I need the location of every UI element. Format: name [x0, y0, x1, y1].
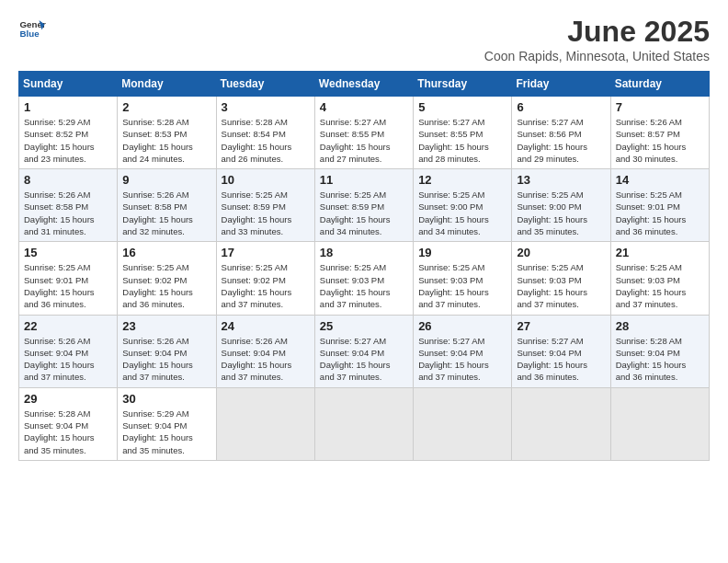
- day-number: 6: [517, 100, 605, 114]
- logo-icon: General Blue: [18, 15, 46, 42]
- day-number: 25: [320, 319, 408, 333]
- day-info: Sunrise: 5:29 AM Sunset: 8:52 PM Dayligh…: [24, 116, 112, 165]
- day-info: Sunrise: 5:26 AM Sunset: 8:58 PM Dayligh…: [24, 189, 112, 237]
- svg-text:Blue: Blue: [20, 29, 40, 39]
- calendar-cell: [414, 387, 512, 460]
- header: General Blue June 2025 Coon Rapids, Minn…: [18, 15, 710, 63]
- day-number: 10: [222, 173, 310, 187]
- calendar-cell: 19Sunrise: 5:25 AM Sunset: 9:03 PM Dayli…: [414, 242, 512, 315]
- day-number: 29: [24, 392, 112, 406]
- day-number: 22: [24, 319, 112, 333]
- day-info: Sunrise: 5:27 AM Sunset: 8:55 PM Dayligh…: [320, 116, 408, 165]
- calendar-cell: 23Sunrise: 5:26 AM Sunset: 9:04 PM Dayli…: [118, 315, 216, 387]
- calendar-cell: 30Sunrise: 5:29 AM Sunset: 9:04 PM Dayli…: [118, 387, 216, 460]
- calendar-week-1: 1Sunrise: 5:29 AM Sunset: 8:52 PM Daylig…: [19, 97, 710, 169]
- day-info: Sunrise: 5:27 AM Sunset: 9:04 PM Dayligh…: [320, 335, 408, 384]
- day-info: Sunrise: 5:27 AM Sunset: 9:04 PM Dayligh…: [517, 335, 605, 384]
- calendar-cell: 12Sunrise: 5:25 AM Sunset: 9:00 PM Dayli…: [414, 169, 512, 242]
- day-info: Sunrise: 5:25 AM Sunset: 8:59 PM Dayligh…: [320, 189, 408, 237]
- day-info: Sunrise: 5:28 AM Sunset: 8:54 PM Dayligh…: [222, 116, 310, 165]
- calendar-cell: 21Sunrise: 5:25 AM Sunset: 9:03 PM Dayli…: [610, 242, 709, 315]
- day-number: 30: [122, 392, 210, 406]
- calendar-cell: 16Sunrise: 5:25 AM Sunset: 9:02 PM Dayli…: [118, 242, 216, 315]
- calendar-cell: 22Sunrise: 5:26 AM Sunset: 9:04 PM Dayli…: [19, 315, 118, 387]
- calendar-cell: [610, 387, 709, 460]
- column-header-tuesday: Tuesday: [216, 72, 314, 97]
- day-number: 24: [222, 319, 310, 333]
- day-info: Sunrise: 5:25 AM Sunset: 9:03 PM Dayligh…: [616, 261, 704, 310]
- calendar-cell: 17Sunrise: 5:25 AM Sunset: 9:02 PM Dayli…: [216, 242, 314, 315]
- calendar-cell: 13Sunrise: 5:25 AM Sunset: 9:00 PM Dayli…: [512, 169, 610, 242]
- title-block: June 2025 Coon Rapids, Minnesota, United…: [484, 15, 710, 63]
- day-info: Sunrise: 5:26 AM Sunset: 8:57 PM Dayligh…: [616, 116, 704, 165]
- calendar-cell: 28Sunrise: 5:28 AM Sunset: 9:04 PM Dayli…: [610, 315, 709, 387]
- day-info: Sunrise: 5:28 AM Sunset: 8:53 PM Dayligh…: [122, 116, 210, 165]
- column-header-monday: Monday: [118, 72, 216, 97]
- day-number: 28: [616, 319, 704, 333]
- calendar-week-5: 29Sunrise: 5:28 AM Sunset: 9:04 PM Dayli…: [19, 387, 710, 460]
- calendar-cell: 27Sunrise: 5:27 AM Sunset: 9:04 PM Dayli…: [512, 315, 610, 387]
- calendar-cell: 14Sunrise: 5:25 AM Sunset: 9:01 PM Dayli…: [610, 169, 709, 242]
- calendar-cell: 4Sunrise: 5:27 AM Sunset: 8:55 PM Daylig…: [314, 97, 413, 169]
- day-number: 7: [616, 100, 704, 114]
- day-info: Sunrise: 5:25 AM Sunset: 9:00 PM Dayligh…: [418, 189, 506, 237]
- day-info: Sunrise: 5:27 AM Sunset: 9:04 PM Dayligh…: [418, 335, 506, 384]
- day-number: 1: [24, 100, 112, 114]
- column-header-friday: Friday: [512, 72, 610, 97]
- day-info: Sunrise: 5:26 AM Sunset: 9:04 PM Dayligh…: [24, 335, 112, 384]
- column-header-thursday: Thursday: [414, 72, 512, 97]
- day-number: 17: [222, 246, 310, 259]
- day-number: 21: [616, 246, 704, 259]
- calendar-cell: [314, 387, 413, 460]
- day-info: Sunrise: 5:25 AM Sunset: 9:02 PM Dayligh…: [122, 261, 210, 310]
- calendar-week-2: 8Sunrise: 5:26 AM Sunset: 8:58 PM Daylig…: [19, 169, 710, 242]
- calendar-cell: 2Sunrise: 5:28 AM Sunset: 8:53 PM Daylig…: [118, 97, 216, 169]
- calendar-title: June 2025: [484, 15, 710, 49]
- calendar-cell: 11Sunrise: 5:25 AM Sunset: 8:59 PM Dayli…: [314, 169, 413, 242]
- page: General Blue June 2025 Coon Rapids, Minn…: [0, 0, 728, 563]
- day-info: Sunrise: 5:29 AM Sunset: 9:04 PM Dayligh…: [122, 408, 210, 456]
- column-header-wednesday: Wednesday: [314, 72, 413, 97]
- calendar-cell: 9Sunrise: 5:26 AM Sunset: 8:58 PM Daylig…: [118, 169, 216, 242]
- calendar-cell: 18Sunrise: 5:25 AM Sunset: 9:03 PM Dayli…: [314, 242, 413, 315]
- day-number: 19: [418, 246, 506, 259]
- calendar-week-3: 15Sunrise: 5:25 AM Sunset: 9:01 PM Dayli…: [19, 242, 710, 315]
- calendar-cell: 20Sunrise: 5:25 AM Sunset: 9:03 PM Dayli…: [512, 242, 610, 315]
- day-number: 2: [122, 100, 210, 114]
- calendar-cell: 24Sunrise: 5:26 AM Sunset: 9:04 PM Dayli…: [216, 315, 314, 387]
- calendar-cell: [216, 387, 314, 460]
- calendar-cell: 7Sunrise: 5:26 AM Sunset: 8:57 PM Daylig…: [610, 97, 709, 169]
- day-number: 3: [222, 100, 310, 114]
- calendar-week-4: 22Sunrise: 5:26 AM Sunset: 9:04 PM Dayli…: [19, 315, 710, 387]
- calendar-cell: 3Sunrise: 5:28 AM Sunset: 8:54 PM Daylig…: [216, 97, 314, 169]
- day-info: Sunrise: 5:25 AM Sunset: 8:59 PM Dayligh…: [222, 189, 310, 237]
- calendar-cell: 25Sunrise: 5:27 AM Sunset: 9:04 PM Dayli…: [314, 315, 413, 387]
- day-info: Sunrise: 5:25 AM Sunset: 9:03 PM Dayligh…: [517, 261, 605, 310]
- calendar-subtitle: Coon Rapids, Minnesota, United States: [484, 49, 710, 63]
- calendar-table: SundayMondayTuesdayWednesdayThursdayFrid…: [18, 71, 710, 461]
- calendar-cell: 1Sunrise: 5:29 AM Sunset: 8:52 PM Daylig…: [19, 97, 118, 169]
- day-number: 16: [122, 246, 210, 259]
- day-info: Sunrise: 5:26 AM Sunset: 8:58 PM Dayligh…: [122, 189, 210, 237]
- day-number: 11: [320, 173, 408, 187]
- day-info: Sunrise: 5:25 AM Sunset: 9:01 PM Dayligh…: [24, 261, 112, 310]
- calendar-cell: 26Sunrise: 5:27 AM Sunset: 9:04 PM Dayli…: [414, 315, 512, 387]
- day-info: Sunrise: 5:25 AM Sunset: 9:03 PM Dayligh…: [418, 261, 506, 310]
- day-number: 15: [24, 246, 112, 259]
- day-info: Sunrise: 5:26 AM Sunset: 9:04 PM Dayligh…: [122, 335, 210, 384]
- day-number: 8: [24, 173, 112, 187]
- day-number: 13: [517, 173, 605, 187]
- calendar-cell: 8Sunrise: 5:26 AM Sunset: 8:58 PM Daylig…: [19, 169, 118, 242]
- day-info: Sunrise: 5:25 AM Sunset: 9:01 PM Dayligh…: [616, 189, 704, 237]
- column-header-sunday: Sunday: [19, 72, 118, 97]
- day-info: Sunrise: 5:27 AM Sunset: 8:55 PM Dayligh…: [418, 116, 506, 165]
- day-info: Sunrise: 5:25 AM Sunset: 9:00 PM Dayligh…: [517, 189, 605, 237]
- calendar-cell: 6Sunrise: 5:27 AM Sunset: 8:56 PM Daylig…: [512, 97, 610, 169]
- day-number: 20: [517, 246, 605, 259]
- day-number: 9: [122, 173, 210, 187]
- day-number: 14: [616, 173, 704, 187]
- day-number: 5: [418, 100, 506, 114]
- day-info: Sunrise: 5:25 AM Sunset: 9:02 PM Dayligh…: [222, 261, 310, 310]
- day-number: 26: [418, 319, 506, 333]
- day-info: Sunrise: 5:28 AM Sunset: 9:04 PM Dayligh…: [616, 335, 704, 384]
